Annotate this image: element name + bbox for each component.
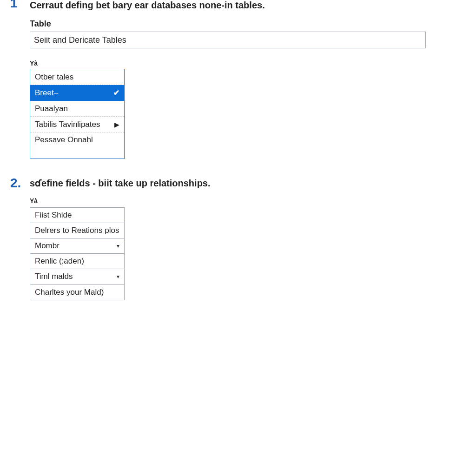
- field-delrers-reations[interactable]: Delrers to Reations plos: [30, 223, 124, 238]
- option-label: Breet–: [35, 88, 58, 98]
- field-label: Renlic (:aden): [35, 257, 84, 266]
- field-renlic-aden[interactable]: Renlic (:aden): [30, 254, 124, 269]
- chevron-down-icon: ▾: [117, 273, 119, 280]
- option-label: Otber tales: [35, 73, 73, 82]
- field-label: Delrers to Reations plos: [35, 226, 119, 235]
- option-label: Pessave Onnahl: [35, 135, 93, 145]
- field-timl-malds[interactable]: Timl malds ▾: [30, 269, 124, 284]
- chevron-down-icon: ▾: [117, 243, 119, 249]
- option-tabilis-tavinlipates[interactable]: Tabilis Tavinlipates ▶: [30, 117, 124, 132]
- option-label: Puaalyan: [35, 104, 68, 113]
- option-otber-tales[interactable]: Otber tales: [30, 69, 124, 85]
- field-label: Mombr: [35, 241, 60, 251]
- option-breet[interactable]: Breet– ✔: [30, 85, 124, 101]
- option-puaalyan[interactable]: Puaalyan: [30, 101, 124, 117]
- check-icon: ✔: [113, 88, 119, 97]
- step-1-number: 1: [10, 0, 18, 11]
- table-input[interactable]: [30, 32, 426, 48]
- step-2: 2. sɗefine fields - biit take up relatio…: [0, 178, 476, 300]
- field-label: Fiist Shide: [35, 211, 72, 220]
- step-2-title: sɗefine fields - biit take up relationsh…: [30, 178, 476, 189]
- step-2-list-label: Yà: [30, 197, 476, 205]
- step-1: 1 Cerraut defing bet bary ear databases …: [0, 0, 476, 159]
- step-1-title: Cerraut defing bet bary ear databases no…: [30, 0, 476, 11]
- submenu-arrow-icon: ▶: [114, 121, 119, 128]
- field-fiist-shide[interactable]: Fiist Shide: [30, 208, 124, 223]
- field-mombr[interactable]: Mombr ▾: [30, 238, 124, 254]
- field-charltes-mald[interactable]: Charltes your Mald): [30, 284, 124, 300]
- field-label: Timl malds: [35, 272, 73, 281]
- field-label: Charltes your Mald): [35, 288, 104, 297]
- step-2-number: 2.: [10, 176, 21, 191]
- option-pessave-onnahl[interactable]: Pessave Onnahl: [30, 132, 124, 159]
- table-options-list: Otber tales Breet– ✔ Puaalyan Tabilis Ta…: [30, 69, 125, 159]
- fields-list: Fiist Shide Delrers to Reations plos Mom…: [30, 207, 125, 300]
- step-1-list-label: Yà: [30, 60, 476, 67]
- option-label: Tabilis Tavinlipates: [35, 120, 100, 129]
- table-field-label: Table: [30, 19, 476, 29]
